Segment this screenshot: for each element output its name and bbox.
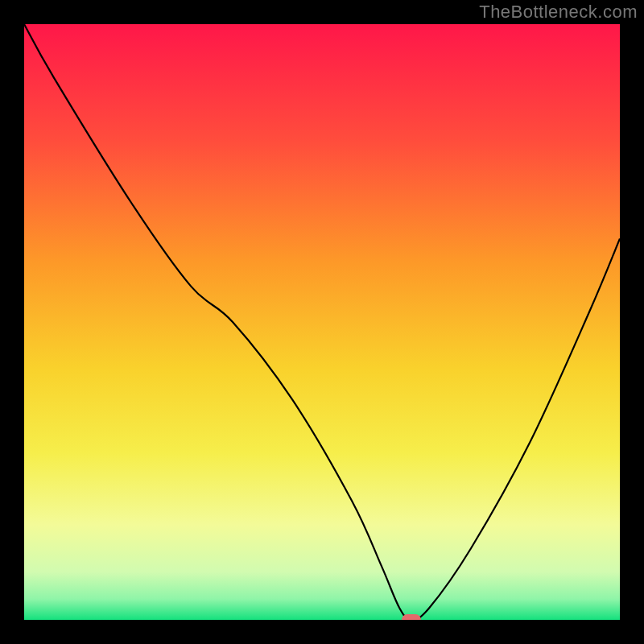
- bottleneck-curve: [24, 24, 620, 620]
- watermark-text: TheBottleneck.com: [479, 2, 638, 23]
- plot-area: [24, 24, 620, 620]
- chart-frame: TheBottleneck.com: [0, 0, 644, 644]
- minimum-marker: [402, 614, 421, 620]
